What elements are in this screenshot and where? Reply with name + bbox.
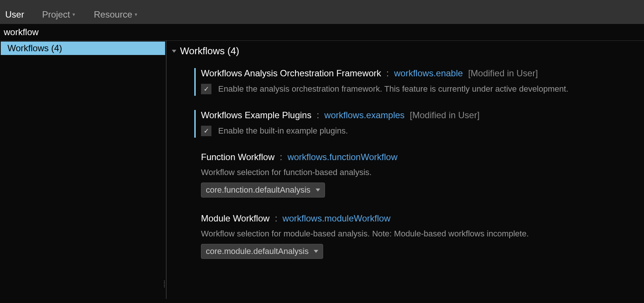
tab-project[interactable]: Project ▼: [41, 9, 78, 20]
setting-block: Workflows Analysis Orchestration Framewo…: [194, 68, 644, 94]
setting-description: Enable the built-in example plugins.: [218, 126, 348, 136]
tab-project-label: Project: [42, 9, 70, 20]
caret-down-icon: [316, 189, 320, 192]
sidebar-item-workflows[interactable]: Workflows (4): [1, 42, 165, 55]
setting-key: workflows.examples: [324, 110, 405, 120]
tab-resource-label: Resource: [94, 9, 132, 20]
tab-user[interactable]: User: [4, 9, 26, 20]
colon: :: [280, 152, 282, 162]
dropdown-function-workflow[interactable]: core.function.defaultAnalysis: [201, 183, 325, 198]
setting-block: Function Workflow : workflows.functionWo…: [194, 152, 644, 198]
resize-handle[interactable]: [163, 276, 166, 291]
checkbox[interactable]: ✓: [201, 126, 211, 136]
sidebar-item-label: Workflows (4): [7, 43, 62, 53]
colon: :: [275, 213, 278, 224]
caret-down-icon: ▼: [134, 12, 138, 17]
settings-list: Workflows Analysis Orchestration Framewo…: [172, 68, 644, 259]
dropdown-value: core.function.defaultAnalysis: [206, 185, 310, 195]
setting-block: Module Workflow : workflows.moduleWorkfl…: [194, 213, 644, 259]
setting-header: Function Workflow : workflows.functionWo…: [194, 152, 644, 162]
setting-body: ✓ Enable the analysis orchestration fram…: [194, 84, 644, 94]
setting-header: Workflows Example Plugins : workflows.ex…: [194, 110, 644, 120]
setting-title: Workflows Example Plugins: [201, 110, 312, 120]
modified-indicator: [194, 68, 196, 96]
setting-key: workflows.moduleWorkflow: [282, 213, 390, 224]
modified-indicator: [194, 110, 196, 138]
dropdown-value: core.module.defaultAnalysis: [206, 247, 309, 256]
tab-resource[interactable]: Resource ▼: [92, 9, 140, 20]
setting-scope: [Modified in User]: [410, 110, 480, 120]
chevron-down-icon[interactable]: [172, 50, 176, 53]
setting-key: workflows.enable: [394, 68, 463, 79]
setting-title: Workflows Analysis Orchestration Framewo…: [201, 68, 381, 79]
search-bar: [0, 24, 644, 41]
setting-header: Workflows Analysis Orchestration Framewo…: [194, 68, 644, 79]
setting-description: Enable the analysis orchestration framew…: [218, 84, 569, 94]
section-header: Workflows (4): [172, 45, 644, 57]
setting-title: Module Workflow: [201, 213, 270, 224]
section-title: Workflows (4): [180, 45, 239, 57]
setting-block: Workflows Example Plugins : workflows.ex…: [194, 110, 644, 136]
settings-content: Workflows (4) Workflows Analysis Orchest…: [167, 41, 644, 299]
search-input[interactable]: [4, 27, 640, 37]
colon: :: [317, 110, 319, 120]
setting-header: Module Workflow : workflows.moduleWorkfl…: [194, 213, 644, 224]
sidebar: Workflows (4): [0, 41, 167, 299]
scope-tab-bar: User Project ▼ Resource ▼: [0, 5, 644, 24]
tab-user-label: User: [5, 9, 24, 20]
top-spacer: [0, 0, 644, 5]
dropdown-module-workflow[interactable]: core.module.defaultAnalysis: [201, 244, 323, 259]
colon: :: [386, 68, 389, 79]
setting-key: workflows.functionWorkflow: [288, 152, 397, 162]
setting-title: Function Workflow: [201, 152, 275, 162]
setting-description: Workflow selection for function-based an…: [194, 168, 644, 177]
setting-description: Workflow selection for module-based anal…: [194, 229, 644, 239]
checkbox[interactable]: ✓: [201, 84, 211, 94]
setting-body: ✓ Enable the built-in example plugins.: [194, 126, 644, 136]
caret-down-icon: ▼: [71, 12, 76, 17]
setting-scope: [Modified in User]: [468, 68, 538, 79]
caret-down-icon: [314, 250, 318, 253]
main-area: Workflows (4) Workflows (4) Workflows An…: [0, 41, 644, 299]
